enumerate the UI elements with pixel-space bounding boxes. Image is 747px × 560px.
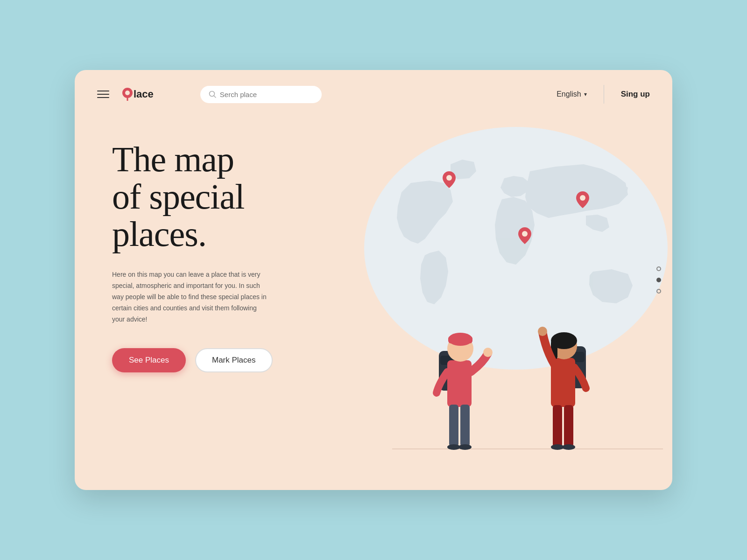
- language-selector[interactable]: English ▾: [557, 90, 586, 98]
- pagination-dot-3[interactable]: [656, 289, 661, 294]
- nav-right: English ▾ Sing up: [557, 85, 650, 104]
- svg-point-12: [447, 444, 460, 450]
- svg-rect-22: [564, 405, 573, 447]
- svg-point-28: [538, 327, 547, 336]
- pagination-dots: [656, 266, 661, 294]
- logo-pin-icon: [122, 88, 133, 101]
- map-pin-2: [576, 191, 589, 208]
- hero-buttons: See Places Mark Places: [112, 348, 374, 372]
- search-bar[interactable]: [200, 86, 322, 103]
- navbar: lace English ▾ Sing up: [75, 70, 672, 104]
- chevron-down-icon: ▾: [584, 91, 587, 98]
- hero-section: The map of special places. Here on this …: [75, 104, 672, 477]
- language-label: English: [557, 90, 581, 98]
- svg-rect-10: [449, 405, 458, 447]
- mark-places-button[interactable]: Mark Places: [195, 348, 273, 372]
- svg-point-23: [551, 444, 564, 450]
- svg-rect-21: [553, 405, 562, 447]
- search-input[interactable]: [220, 91, 313, 98]
- map-pin-3: [518, 227, 531, 244]
- hamburger-menu[interactable]: [97, 91, 109, 98]
- hero-title: The map of special places.: [112, 141, 374, 252]
- svg-point-17: [483, 348, 493, 357]
- svg-rect-9: [447, 360, 472, 407]
- svg-point-24: [562, 444, 575, 450]
- nav-divider: [604, 85, 604, 104]
- svg-point-4: [580, 195, 585, 201]
- svg-point-3: [446, 175, 452, 181]
- signup-button[interactable]: Sing up: [621, 90, 650, 99]
- svg-rect-11: [460, 405, 470, 447]
- figures-svg: [392, 253, 663, 477]
- main-card: lace English ▾ Sing up The map of specia…: [75, 70, 672, 490]
- svg-point-5: [522, 231, 528, 237]
- hero-right: [374, 122, 650, 477]
- pagination-dot-1[interactable]: [656, 266, 661, 271]
- svg-point-1: [125, 91, 130, 95]
- search-icon: [209, 91, 216, 98]
- svg-point-13: [458, 444, 472, 450]
- see-places-button[interactable]: See Places: [112, 348, 186, 372]
- logo[interactable]: lace: [122, 88, 154, 101]
- traveler-figures: [392, 253, 663, 477]
- hero-description: Here on this map you can leave a place t…: [112, 269, 271, 325]
- pagination-dot-2[interactable]: [656, 278, 661, 282]
- logo-text: lace: [134, 88, 154, 100]
- hero-left: The map of special places. Here on this …: [112, 122, 374, 477]
- map-pin-1: [443, 171, 456, 188]
- svg-rect-16: [448, 336, 472, 343]
